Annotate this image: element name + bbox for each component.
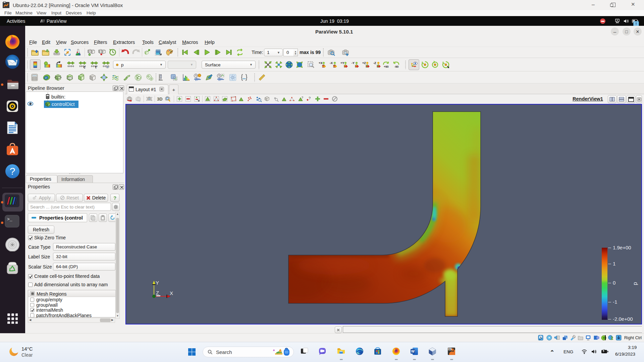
svg-text:W: W bbox=[411, 349, 415, 353]
svg-text:-Z: -Z bbox=[373, 61, 376, 65]
svg-text:-Y: -Y bbox=[352, 61, 355, 65]
svg-text:✦: ✦ bbox=[272, 348, 275, 352]
svg-text:Y: Y bbox=[156, 280, 159, 286]
svg-text:?: ? bbox=[10, 166, 15, 177]
svg-text:Z: Z bbox=[156, 290, 159, 296]
svg-text:+X: +X bbox=[319, 61, 322, 65]
svg-text:X: X bbox=[170, 290, 173, 296]
svg-text:+Z: +Z bbox=[362, 61, 366, 65]
svg-text:+Y: +Y bbox=[340, 61, 344, 65]
svg-text:?: ? bbox=[309, 96, 311, 100]
svg-text:64: 64 bbox=[448, 348, 451, 350]
svg-text:c: c bbox=[84, 65, 86, 69]
svg-text:+90: +90 bbox=[384, 65, 389, 68]
svg-text:t: t bbox=[95, 65, 97, 69]
svg-text:-90: -90 bbox=[394, 65, 399, 68]
svg-text:>_: >_ bbox=[7, 217, 12, 222]
svg-text:-X: -X bbox=[330, 61, 333, 65]
svg-text:?: ? bbox=[302, 96, 303, 99]
